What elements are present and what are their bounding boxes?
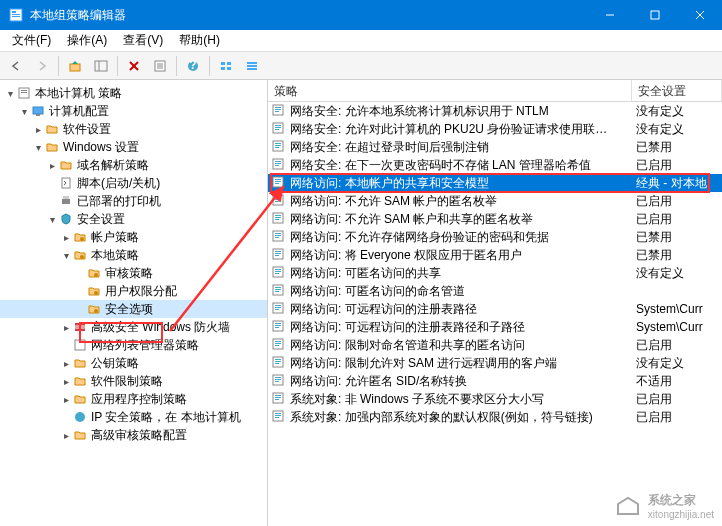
svg-rect-19 xyxy=(221,62,225,65)
view-list-button[interactable] xyxy=(214,54,238,78)
tree-label: 用户权限分配 xyxy=(105,283,177,300)
policy-name: 网络安全: 在超过登录时间后强制注销 xyxy=(290,139,489,156)
policy-name: 网络安全: 允许对此计算机的 PKU2U 身份验证请求使用联… xyxy=(290,121,607,138)
policy-name: 网络访问: 本地帐户的共享和安全模型 xyxy=(290,175,489,192)
policy-value: System\Curr xyxy=(632,320,722,334)
svg-rect-45 xyxy=(275,107,281,108)
folder-icon xyxy=(72,391,88,407)
menu-view[interactable]: 查看(V) xyxy=(115,30,171,51)
tree-local-policy[interactable]: ▾本地策略 xyxy=(0,246,267,264)
tree-netlist-mgr[interactable]: 网络列表管理器策略 xyxy=(0,336,267,354)
list-row[interactable]: 网络安全: 在超过登录时间后强制注销已禁用 xyxy=(268,138,722,156)
tree-pane[interactable]: ▾本地计算机 策略 ▾计算机配置 ▸软件设置 ▾Windows 设置 ▸域名解析… xyxy=(0,80,268,526)
menu-file[interactable]: 文件(F) xyxy=(4,30,59,51)
tree-windows-settings[interactable]: ▾Windows 设置 xyxy=(0,138,267,156)
list-row[interactable]: 网络访问: 不允许 SAM 帐户的匿名枚举已启用 xyxy=(268,192,722,210)
list-row[interactable]: 网络访问: 将 Everyone 权限应用于匿名用户已禁用 xyxy=(268,246,722,264)
policy-value: 没有定义 xyxy=(632,355,722,372)
svg-rect-29 xyxy=(33,107,43,114)
menu-action[interactable]: 操作(A) xyxy=(59,30,115,51)
tree-label: 帐户策略 xyxy=(91,229,139,246)
title-bar: 本地组策略编辑器 xyxy=(0,0,722,30)
list-row[interactable]: 网络访问: 可匿名访问的命名管道 xyxy=(268,282,722,300)
tree-label: 公钥策略 xyxy=(91,355,139,372)
svg-rect-113 xyxy=(275,413,281,414)
tree-security-settings[interactable]: ▾安全设置 xyxy=(0,210,267,228)
svg-rect-23 xyxy=(247,62,257,64)
policy-value: 没有定义 xyxy=(632,265,722,282)
list-pane[interactable]: 策略 安全设置 网络安全: 允许本地系统将计算机标识用于 NTLM没有定义网络安… xyxy=(268,80,722,526)
policy-name: 网络访问: 将 Everyone 权限应用于匿名用户 xyxy=(290,247,522,264)
list-row[interactable]: 网络访问: 可远程访问的注册表路径和子路径System\Curr xyxy=(268,318,722,336)
close-button[interactable] xyxy=(677,0,722,30)
policy-name: 网络访问: 可匿名访问的命名管道 xyxy=(290,283,465,300)
tree-scripts[interactable]: 脚本(启动/关机) xyxy=(0,174,267,192)
up-button[interactable] xyxy=(63,54,87,78)
svg-rect-70 xyxy=(275,217,281,218)
list-row[interactable]: 网络访问: 不允许存储网络身份验证的密码和凭据已禁用 xyxy=(268,228,722,246)
tree-security-options[interactable]: 安全选项 xyxy=(0,300,267,318)
svg-rect-114 xyxy=(275,415,281,416)
menu-help[interactable]: 帮助(H) xyxy=(171,30,228,51)
view-details-button[interactable] xyxy=(240,54,264,78)
tree-printers[interactable]: 已部署的打印机 xyxy=(0,192,267,210)
tree-sw-restrict[interactable]: ▸软件限制策略 xyxy=(0,372,267,390)
svg-rect-63 xyxy=(275,183,279,184)
policy-name: 网络安全: 允许本地系统将计算机标识用于 NTLM xyxy=(290,103,549,120)
svg-rect-106 xyxy=(275,379,281,380)
policy-name: 系统对象: 加强内部系统对象的默认权限(例如，符号链接) xyxy=(290,409,593,426)
list-row[interactable]: 网络安全: 在下一次更改密码时不存储 LAN 管理器哈希值已启用 xyxy=(268,156,722,174)
list-row[interactable]: 网络安全: 允许本地系统将计算机标识用于 NTLM没有定义 xyxy=(268,102,722,120)
svg-rect-20 xyxy=(227,62,231,65)
tree-adv-audit[interactable]: ▸高级审核策略配置 xyxy=(0,426,267,444)
policy-item-icon xyxy=(272,392,286,406)
list-row[interactable]: 网络访问: 可远程访问的注册表路径System\Curr xyxy=(268,300,722,318)
tree-audit-policy[interactable]: 审核策略 xyxy=(0,264,267,282)
tree-ipsec[interactable]: IP 安全策略，在 本地计算机 xyxy=(0,408,267,426)
list-row[interactable]: 系统对象: 非 Windows 子系统不要求区分大小写已启用 xyxy=(268,390,722,408)
svg-point-43 xyxy=(75,412,85,422)
column-policy[interactable]: 策略 xyxy=(268,80,632,101)
svg-rect-81 xyxy=(275,269,281,270)
policy-item-icon xyxy=(272,284,286,298)
back-button[interactable] xyxy=(4,54,28,78)
policy-name: 网络访问: 允许匿名 SID/名称转换 xyxy=(290,373,467,390)
delete-button[interactable] xyxy=(122,54,146,78)
tree-label: 安全选项 xyxy=(105,301,153,318)
tree-dns-policy[interactable]: ▸域名解析策略 xyxy=(0,156,267,174)
policy-item-icon xyxy=(272,122,286,136)
menu-bar: 文件(F) 操作(A) 查看(V) 帮助(H) xyxy=(0,30,722,52)
policy-name: 网络访问: 可远程访问的注册表路径 xyxy=(290,301,477,318)
tree-label: 域名解析策略 xyxy=(77,157,149,174)
list-row[interactable]: 系统对象: 加强内部系统对象的默认权限(例如，符号链接)已启用 xyxy=(268,408,722,426)
list-row[interactable]: 网络访问: 允许匿名 SID/名称转换不适用 xyxy=(268,372,722,390)
help-button[interactable]: ? xyxy=(181,54,205,78)
folder-icon xyxy=(44,121,60,137)
list-row[interactable]: 网络访问: 本地帐户的共享和安全模型经典 - 对本地 xyxy=(268,174,722,192)
list-row[interactable]: 网络访问: 限制对命名管道和共享的匿名访问已启用 xyxy=(268,336,722,354)
svg-rect-86 xyxy=(275,289,281,290)
policy-value: 已启用 xyxy=(632,337,722,354)
show-hide-tree-button[interactable] xyxy=(89,54,113,78)
list-row[interactable]: 网络访问: 可匿名访问的共享没有定义 xyxy=(268,264,722,282)
column-security-setting[interactable]: 安全设置 xyxy=(632,80,722,101)
properties-button[interactable] xyxy=(148,54,172,78)
tree-pubkey[interactable]: ▸公钥策略 xyxy=(0,354,267,372)
tree-app-control[interactable]: ▸应用程序控制策略 xyxy=(0,390,267,408)
svg-rect-97 xyxy=(275,341,281,342)
minimize-button[interactable] xyxy=(587,0,632,30)
tree-adv-firewall[interactable]: ▸高级安全 Windows 防火墙 xyxy=(0,318,267,336)
svg-rect-53 xyxy=(275,143,281,144)
maximize-button[interactable] xyxy=(632,0,677,30)
list-header: 策略 安全设置 xyxy=(268,80,722,102)
tree-computer-config[interactable]: ▾计算机配置 xyxy=(0,102,267,120)
list-row[interactable]: 网络访问: 不允许 SAM 帐户和共享的匿名枚举已启用 xyxy=(268,210,722,228)
list-row[interactable]: 网络安全: 允许对此计算机的 PKU2U 身份验证请求使用联…没有定义 xyxy=(268,120,722,138)
tree-account-policy[interactable]: ▸帐户策略 xyxy=(0,228,267,246)
tree-label: 脚本(启动/关机) xyxy=(77,175,160,192)
list-row[interactable]: 网络访问: 限制允许对 SAM 进行远程调用的客户端没有定义 xyxy=(268,354,722,372)
tree-user-rights[interactable]: 用户权限分配 xyxy=(0,282,267,300)
forward-button[interactable] xyxy=(30,54,54,78)
tree-root[interactable]: ▾本地计算机 策略 xyxy=(0,84,267,102)
tree-software[interactable]: ▸软件设置 xyxy=(0,120,267,138)
